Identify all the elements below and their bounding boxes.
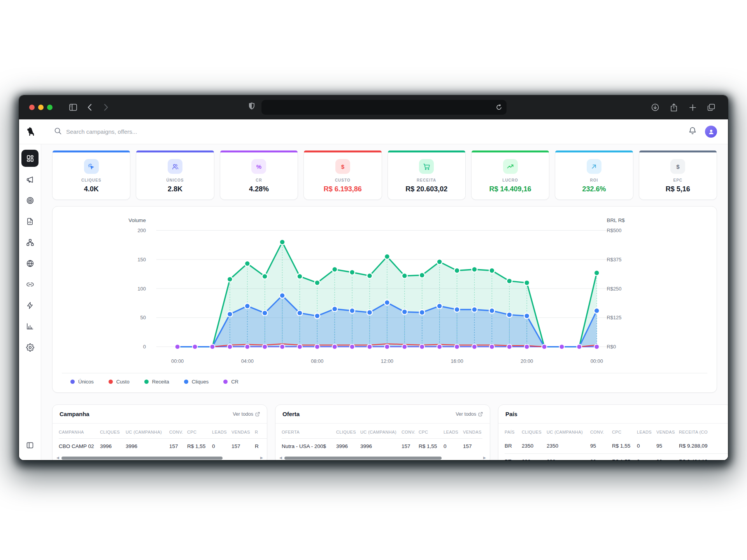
- table-cell: Nutra - USA - 200$: [282, 439, 336, 454]
- column-header: CPC: [419, 425, 444, 439]
- dollar-icon: $: [335, 159, 350, 174]
- kpi-value: R$ 6.193,86: [308, 185, 377, 193]
- sidebar-item-file-code[interactable]: [21, 213, 39, 230]
- scroll-left-arrow[interactable]: ◀: [56, 456, 59, 460]
- legend-dot: [70, 380, 75, 384]
- app-topbar: [19, 119, 728, 144]
- legend-item-cr[interactable]: CR: [223, 379, 238, 385]
- horizontal-scrollbar[interactable]: ◀▶: [53, 454, 267, 460]
- sitemap-icon: [26, 238, 34, 247]
- zap-icon: [26, 301, 34, 310]
- table-cell: R$ 1,55: [419, 439, 444, 454]
- scrollbar-thumb[interactable]: [284, 457, 442, 460]
- campanha-table-card: CampanhaVer todosCAMPANHACLIQUESUC (CAMP…: [52, 404, 267, 460]
- column-header: VENDAS: [231, 425, 255, 439]
- ver-todos-label: Ver todos: [456, 411, 476, 417]
- legend-item-cliques[interactable]: Cliques: [184, 379, 209, 385]
- external-link-icon: [255, 412, 260, 416]
- kpi-value: R$ 20.603,02: [392, 185, 461, 193]
- column-header: CONV.: [402, 425, 419, 439]
- tab-overview-icon[interactable]: [705, 102, 718, 113]
- back-icon[interactable]: [83, 102, 96, 113]
- zoom-window-button[interactable]: [47, 105, 53, 110]
- search-input[interactable]: [66, 128, 230, 135]
- campanha-ver-todos-link[interactable]: Ver todos: [233, 411, 260, 417]
- sidebar-toggle-icon[interactable]: [67, 102, 80, 113]
- share-icon[interactable]: [667, 102, 680, 113]
- kpi-label: ROI: [559, 178, 629, 182]
- globe-icon: [26, 259, 34, 268]
- kpi-label: CUSTO: [308, 178, 377, 182]
- scroll-left-arrow[interactable]: ◀: [279, 456, 282, 460]
- scrollbar-track[interactable]: [284, 457, 481, 460]
- external-link-icon: [478, 412, 483, 416]
- privacy-shield-icon[interactable]: [245, 100, 258, 112]
- legend-label: CR: [231, 379, 238, 385]
- svg-text:16:00: 16:00: [451, 358, 463, 364]
- scrollbar-thumb[interactable]: [61, 457, 223, 460]
- forward-icon[interactable]: [99, 102, 112, 113]
- legend-item-custo[interactable]: Custo: [109, 379, 130, 385]
- reload-icon[interactable]: [496, 102, 502, 113]
- sidebar-item-gear[interactable]: [21, 339, 39, 356]
- scrollbar-track[interactable]: [61, 457, 258, 460]
- oferta-table-title: Oferta: [282, 411, 300, 417]
- url-bar[interactable]: [261, 100, 507, 115]
- avatar[interactable]: [705, 126, 717, 138]
- legend-dot: [223, 380, 228, 384]
- oferta-ver-todos-link[interactable]: Ver todos: [456, 411, 483, 417]
- sidebar-collapse-button[interactable]: [21, 437, 39, 454]
- scroll-right-arrow[interactable]: ▶: [483, 456, 486, 460]
- column-header: CLIQUES: [100, 425, 126, 439]
- column-header: CPC: [187, 425, 212, 439]
- sidebar-item-dashboard-grid[interactable]: [21, 150, 39, 167]
- horizontal-scrollbar[interactable]: ◀▶: [275, 454, 490, 460]
- kpi-card-únicos: ÚNICOS2.8K: [136, 150, 214, 200]
- sidebar-item-link[interactable]: [21, 276, 39, 293]
- minimize-window-button[interactable]: [38, 105, 44, 110]
- column-header: VENDAS: [656, 425, 679, 438]
- table-cell: 3996: [360, 439, 402, 454]
- svg-text:00:00: 00:00: [171, 358, 184, 364]
- table-cell: 636: [522, 454, 547, 460]
- table-row[interactable]: Nutra - USA - 200$39963996157R$ 1,550157: [282, 439, 482, 454]
- panel-left-icon: [26, 441, 34, 449]
- table-cell: 157: [402, 439, 419, 454]
- close-window-button[interactable]: [29, 105, 35, 110]
- kpi-label: EPC: [643, 178, 713, 182]
- table-cell: R$ 1,55: [612, 438, 637, 454]
- table-cell: PT: [505, 454, 522, 460]
- svg-text:R$0: R$0: [607, 344, 616, 350]
- svg-text:200: 200: [137, 228, 146, 233]
- sidebar-item-bar-chart[interactable]: [21, 318, 39, 335]
- kpi-label: CLIQUES: [56, 178, 126, 182]
- target-icon: [26, 196, 34, 205]
- legend-item-receita[interactable]: Receita: [144, 379, 169, 385]
- svg-text:R$500: R$500: [607, 228, 621, 233]
- table-row[interactable]: CBO CAMP 0239963996157R$ 1,550157R: [59, 439, 267, 454]
- sidebar-item-globe[interactable]: [21, 255, 39, 272]
- download-icon[interactable]: [649, 102, 662, 113]
- legend-item-únicos[interactable]: Únicos: [70, 379, 94, 385]
- table-cell: 636: [547, 454, 590, 460]
- sidebar-item-zap[interactable]: [21, 297, 39, 314]
- browser-window: CLIQUES4.0KÚNICOS2.8K%CR4.28%$CUSTOR$ 6.…: [19, 95, 728, 460]
- table-cell: R$ 1,55: [612, 454, 637, 460]
- column-header: LEADS: [444, 425, 463, 439]
- legend-label: Receita: [152, 379, 169, 385]
- sidebar-item-sitemap[interactable]: [21, 234, 39, 251]
- dollar-icon: $: [670, 159, 685, 174]
- kpi-card-roi: ROI232.6%: [555, 150, 633, 200]
- svg-text:08:00: 08:00: [311, 358, 323, 364]
- new-tab-icon[interactable]: [686, 102, 699, 113]
- main-content: CLIQUES4.0KÚNICOS2.8K%CR4.28%$CUSTOR$ 6.…: [41, 144, 728, 460]
- table-row[interactable]: PT63663620R$ 1,55020R$ 3.484,10: [505, 454, 728, 460]
- scroll-right-arrow[interactable]: ▶: [260, 456, 263, 460]
- dog-logo[interactable]: [19, 127, 41, 137]
- sidebar-item-target[interactable]: [21, 192, 39, 209]
- sidebar-item-megaphone[interactable]: [21, 171, 39, 188]
- dashboard-grid-icon: [26, 154, 34, 163]
- table-row[interactable]: BR2350235095R$ 1,55095R$ 9.288,09: [505, 438, 728, 454]
- bar-chart-icon: [26, 322, 34, 330]
- bell-icon[interactable]: [689, 127, 696, 136]
